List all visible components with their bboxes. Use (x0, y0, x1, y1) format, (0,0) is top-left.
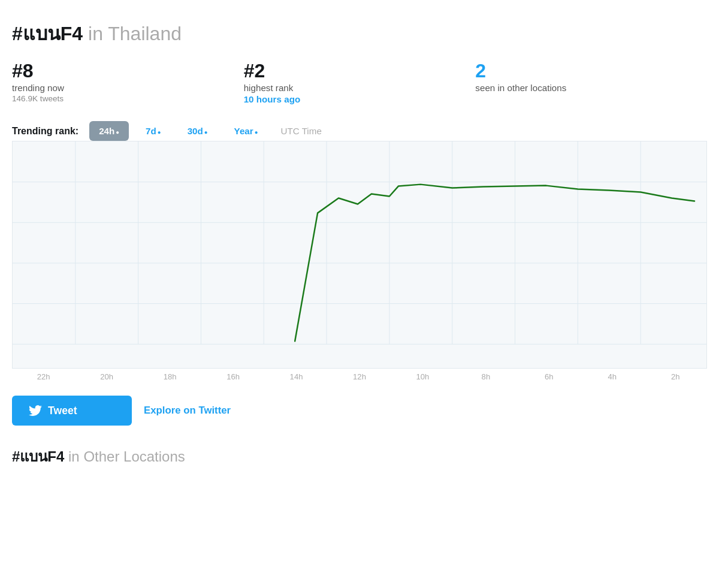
tab-row: Trending rank: 24h● 7d● 30d● Year● UTC T… (12, 121, 707, 141)
stat-highest-rank: #2 highest rank 10 hours ago (244, 61, 476, 104)
twitter-bird-icon (29, 404, 42, 417)
trending-rank-number: #8 (12, 61, 232, 82)
location-title: in Thailand (83, 23, 182, 44)
trend-chart (12, 141, 707, 369)
tab-year[interactable]: Year● (225, 121, 268, 141)
footer-section-title: #แบนF4 in Other Locations (12, 445, 707, 468)
tweet-button-label: Tweet (48, 405, 77, 417)
x-label-12h: 12h (328, 372, 391, 381)
highest-rank-label: highest rank (244, 83, 464, 93)
x-label-10h: 10h (391, 372, 454, 381)
utc-time-label: UTC Time (281, 126, 322, 136)
other-locations-label: seen in other locations (475, 83, 695, 93)
tweet-count: 146.9K tweets (12, 94, 232, 103)
tab-24h[interactable]: 24h● (89, 121, 129, 141)
trending-rank-label: trending now (12, 83, 232, 93)
x-label-20h: 20h (75, 372, 138, 381)
x-label-16h: 16h (201, 372, 264, 381)
footer-location: in Other Locations (64, 448, 185, 465)
stat-trending-now: #8 trending now 146.9K tweets (12, 61, 244, 104)
page-title: #แบนF4 in Thailand (12, 18, 707, 49)
tweet-button[interactable]: Tweet (12, 396, 132, 426)
x-label-4h: 4h (581, 372, 644, 381)
action-row: Tweet Explore on Twitter (12, 396, 707, 426)
x-label-6h: 6h (518, 372, 581, 381)
stats-row: #8 trending now 146.9K tweets #2 highest… (12, 61, 707, 104)
highest-rank-time[interactable]: 10 hours ago (244, 94, 464, 104)
x-axis-labels: 22h 20h 18h 16h 14h 12h 10h 8h 6h 4h 2h (12, 369, 707, 381)
tab-30d[interactable]: 30d● (178, 121, 217, 141)
x-label-14h: 14h (265, 372, 328, 381)
explore-link[interactable]: Explore on Twitter (144, 405, 231, 417)
x-label-18h: 18h (138, 372, 201, 381)
stat-other-locations: 2 seen in other locations (475, 61, 707, 104)
x-label-2h: 2h (644, 372, 707, 381)
x-label-8h: 8h (454, 372, 517, 381)
footer-hashtag: #แบนF4 (12, 448, 64, 465)
tab-7d[interactable]: 7d● (136, 121, 171, 141)
highest-rank-number: #2 (244, 61, 464, 82)
trending-rank-tab-label: Trending rank: (12, 126, 78, 137)
chart-svg (13, 141, 706, 368)
x-label-22h: 22h (12, 372, 75, 381)
other-locations-number: 2 (475, 61, 695, 82)
hashtag-title: #แบนF4 (12, 23, 83, 44)
